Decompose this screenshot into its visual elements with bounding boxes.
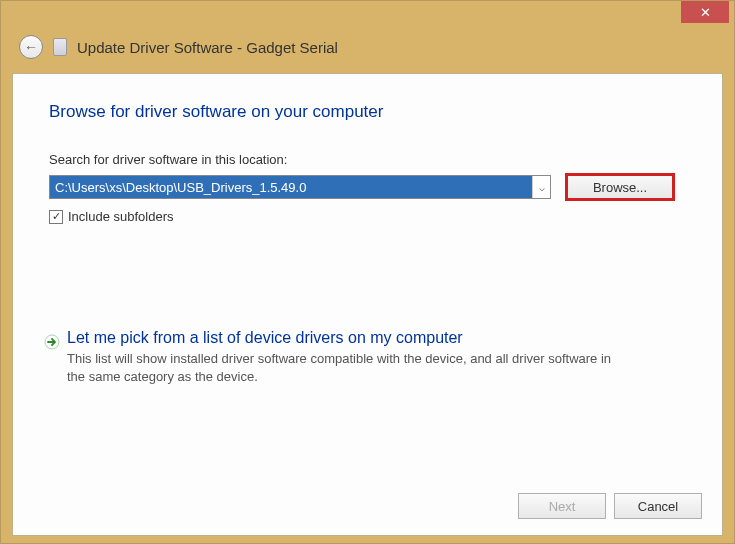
device-icon [53,38,67,56]
titlebar: ✕ [1,1,734,29]
dialog-window: ✕ ← Update Driver Software - Gadget Seri… [0,0,735,544]
next-button[interactable]: Next [518,493,606,519]
header: ← Update Driver Software - Gadget Serial [1,29,734,73]
close-button[interactable]: ✕ [681,1,729,23]
cancel-label: Cancel [638,499,678,514]
back-button[interactable]: ← [19,35,43,59]
include-subfolders-checkbox[interactable]: ✓ [49,210,63,224]
path-combobox[interactable]: C:\Users\xs\Desktop\USB_Drivers_1.5.49.0… [49,175,551,199]
include-subfolders-row: ✓ Include subfolders [49,209,686,224]
content-panel: Browse for driver software on your compu… [12,73,723,536]
pick-option-description: This list will show installed driver sof… [67,350,627,385]
page-heading: Browse for driver software on your compu… [49,102,686,122]
forward-arrow-icon [43,333,61,351]
pick-option-title: Let me pick from a list of device driver… [67,329,686,347]
footer-buttons: Next Cancel [518,493,702,519]
browse-label: Browse... [593,180,647,195]
dropdown-arrow-icon[interactable]: ⌵ [532,176,550,198]
pick-from-list-option[interactable]: Let me pick from a list of device driver… [49,329,686,385]
window-title: Update Driver Software - Gadget Serial [77,39,338,56]
browse-button[interactable]: Browse... [565,173,675,201]
back-arrow-icon: ← [24,39,38,55]
close-icon: ✕ [700,5,711,20]
include-subfolders-label: Include subfolders [68,209,174,224]
cancel-button[interactable]: Cancel [614,493,702,519]
path-row: C:\Users\xs\Desktop\USB_Drivers_1.5.49.0… [49,173,686,201]
path-input[interactable]: C:\Users\xs\Desktop\USB_Drivers_1.5.49.0 [50,176,532,198]
next-label: Next [549,499,576,514]
check-icon: ✓ [52,210,61,223]
location-label: Search for driver software in this locat… [49,152,686,167]
